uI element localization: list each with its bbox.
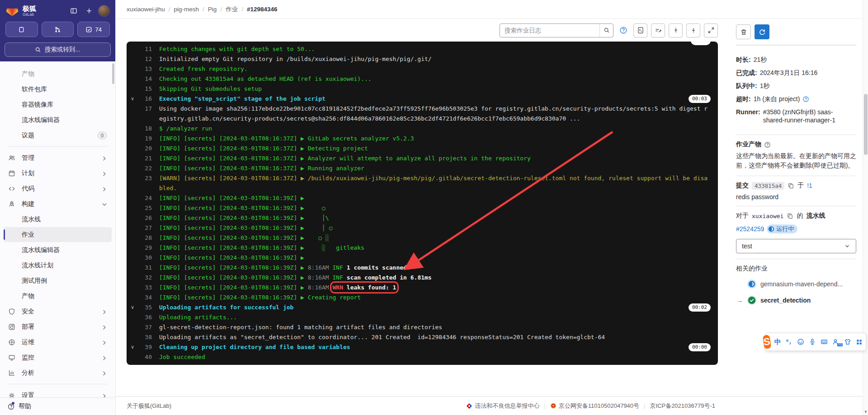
log-line-number[interactable]: 11 bbox=[138, 44, 152, 54]
sidebar-item-pipeline-editor-top[interactable]: 流水线编辑器 bbox=[4, 112, 112, 127]
scrollbar-down-arrow[interactable]: ▼ bbox=[863, 410, 868, 414]
sidebar-item-artifacts[interactable]: 产物 bbox=[4, 289, 112, 303]
log-line-number[interactable]: 27 bbox=[138, 223, 152, 233]
sidebar-item-monitor[interactable]: 监控 bbox=[4, 350, 112, 365]
mic-icon[interactable] bbox=[809, 338, 816, 345]
log-line-number[interactable]: 15 bbox=[138, 84, 152, 94]
log-line-number[interactable]: 30 bbox=[138, 253, 152, 263]
stage-dropdown[interactable]: test bbox=[736, 239, 856, 253]
footer-report-link[interactable]: 违法和不良信息举报中心 bbox=[466, 402, 539, 410]
page-scrollbar[interactable]: ▼ bbox=[863, 0, 868, 415]
log-line-number[interactable]: 20 bbox=[138, 144, 152, 154]
footer-about-link[interactable]: 关于极狐(GitLab) bbox=[127, 402, 171, 410]
section-collapse-icon[interactable]: ∨ bbox=[127, 94, 138, 104]
sogou-logo[interactable]: S bbox=[763, 335, 771, 349]
sidebar-item-test-cases[interactable]: 测试用例 bbox=[4, 273, 112, 288]
breadcrumb-item[interactable]: Pig bbox=[208, 6, 217, 13]
jihu-gitlab-logo[interactable] bbox=[5, 5, 19, 17]
log-line-number[interactable]: 23 bbox=[138, 173, 152, 183]
issues-shortcut-button[interactable] bbox=[5, 22, 38, 37]
log-line-number[interactable]: 19 bbox=[138, 134, 152, 144]
pipeline-id-link[interactable]: #2524259 bbox=[736, 225, 764, 233]
account-icon[interactable]: 7日 bbox=[832, 338, 840, 345]
log-line-number[interactable]: 16 bbox=[138, 94, 152, 104]
section-collapse-icon[interactable]: ∨ bbox=[127, 303, 138, 312]
log-line-number[interactable]: 18 bbox=[138, 124, 152, 134]
copy-ref-icon[interactable] bbox=[787, 213, 793, 219]
sidebar-item-help[interactable]: 帮助 bbox=[0, 397, 115, 415]
breadcrumb-item[interactable]: #12984346 bbox=[247, 6, 278, 13]
commit-mr-link[interactable]: !1 bbox=[807, 182, 812, 189]
log-line-number[interactable]: 35 bbox=[138, 303, 152, 312]
sidebar-item-pipeline-schedules[interactable]: 流水线计划 bbox=[4, 258, 112, 273]
skin-icon[interactable] bbox=[844, 338, 851, 345]
artifacts-help-icon[interactable] bbox=[764, 141, 771, 148]
todos-shortcut-button[interactable]: 74 bbox=[77, 22, 110, 37]
log-line-number[interactable] bbox=[138, 183, 152, 193]
timeout-help-icon[interactable] bbox=[802, 96, 809, 103]
log-line-number[interactable]: 38 bbox=[138, 332, 152, 342]
log-line-number[interactable] bbox=[138, 114, 152, 124]
sidebar-item-plan[interactable]: 计划 bbox=[4, 166, 112, 181]
log-line-number[interactable]: 39 bbox=[138, 342, 152, 352]
sidebar-item-issues[interactable]: 议题0 bbox=[4, 128, 112, 143]
sidebar-item-deploy[interactable]: 部署 bbox=[4, 319, 112, 334]
log-line-number[interactable]: 32 bbox=[138, 273, 152, 283]
log-line-number[interactable]: 24 bbox=[138, 193, 152, 203]
log-section-row[interactable]: ∨35Uploading artifacts for successful jo… bbox=[127, 303, 718, 312]
commit-sha-chip[interactable]: 433815a4 bbox=[752, 182, 784, 190]
page-scrollbar-thumb[interactable] bbox=[864, 94, 868, 155]
sidebar-item-pipeline-editor[interactable]: 流水线编辑器 bbox=[4, 242, 112, 257]
toolbox-icon[interactable] bbox=[856, 339, 863, 345]
follow-log-button[interactable] bbox=[651, 23, 665, 37]
log-line-number[interactable]: 28 bbox=[138, 233, 152, 243]
log-line-number[interactable]: 25 bbox=[138, 203, 152, 213]
retry-job-button[interactable] bbox=[755, 24, 769, 39]
log-line-number[interactable]: 26 bbox=[138, 213, 152, 223]
breadcrumb-item[interactable]: pig-mesh bbox=[174, 6, 199, 13]
log-line-number[interactable]: 36 bbox=[138, 312, 152, 322]
breadcrumb-item[interactable]: xuxiaowei-jihu bbox=[127, 6, 165, 13]
related-job-success[interactable]: →secret_detection bbox=[736, 295, 856, 305]
log-line-number[interactable]: 33 bbox=[138, 283, 152, 293]
scroll-bottom-button[interactable] bbox=[686, 23, 700, 37]
sidebar-item-package-registry[interactable]: 软件包库 bbox=[4, 82, 112, 97]
log-line-number[interactable]: 21 bbox=[138, 154, 152, 163]
scroll-top-button[interactable] bbox=[669, 23, 683, 37]
sidebar-item-jobs[interactable]: 作业 bbox=[4, 227, 112, 242]
log-line-number[interactable]: 31 bbox=[138, 263, 152, 273]
copy-commit-icon[interactable] bbox=[788, 182, 794, 189]
emoji-icon[interactable] bbox=[797, 338, 804, 345]
log-line-number[interactable]: 14 bbox=[138, 74, 152, 84]
breadcrumb-item[interactable]: 作业 bbox=[226, 5, 238, 14]
log-line-number[interactable]: 12 bbox=[138, 54, 152, 64]
log-line-number[interactable]: 17 bbox=[138, 104, 152, 114]
create-new-icon[interactable] bbox=[83, 5, 95, 17]
sidebar-item-manage[interactable]: 管理 bbox=[4, 150, 112, 165]
sidebar-item-pipelines[interactable]: 流水线 bbox=[4, 212, 112, 227]
sidebar-item-settings[interactable]: 设置 bbox=[4, 388, 112, 397]
footer-beian-gov-link[interactable]: 京公网安备11010502047940号 bbox=[550, 402, 639, 410]
raw-log-button[interactable] bbox=[633, 23, 647, 37]
log-section-row[interactable]: ∨39Cleaning up project directory and fil… bbox=[127, 342, 718, 352]
log-section-row[interactable]: ∨16Executing "step_script" stage of the … bbox=[127, 94, 718, 104]
sidebar-item-code[interactable]: 代码 bbox=[4, 181, 112, 196]
pipeline-status-badge[interactable]: 运行中 bbox=[767, 224, 797, 233]
merge-requests-shortcut-button[interactable] bbox=[42, 22, 74, 37]
fullscreen-button[interactable] bbox=[704, 23, 718, 37]
sidebar-toggle-icon[interactable] bbox=[67, 5, 80, 17]
footer-icp-link[interactable]: 京ICP备2021036779号-1 bbox=[650, 402, 715, 410]
log-line-number[interactable]: 13 bbox=[138, 64, 152, 74]
sidebar-item-container-registry[interactable]: 容器镜像库 bbox=[4, 97, 112, 112]
log-search-input[interactable] bbox=[500, 23, 613, 37]
section-collapse-icon[interactable]: ∨ bbox=[127, 342, 138, 352]
keyboard-icon[interactable] bbox=[821, 338, 828, 345]
chinese-mode-icon[interactable]: 中 bbox=[774, 338, 781, 346]
sidebar-scrollbar-thumb[interactable] bbox=[112, 63, 114, 84]
log-line-number[interactable]: 40 bbox=[138, 352, 152, 362]
log-help-icon[interactable] bbox=[617, 24, 630, 37]
log-line-number[interactable]: 37 bbox=[138, 322, 152, 332]
user-avatar[interactable] bbox=[98, 5, 110, 17]
sidebar-item-operate[interactable]: 运维 bbox=[4, 335, 112, 350]
punctuation-icon[interactable] bbox=[785, 338, 793, 345]
